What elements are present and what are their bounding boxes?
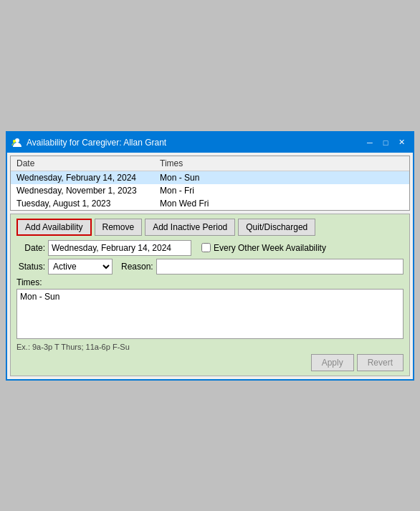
title-bar: Availability for Caregiver: Allan Grant …: [7, 133, 413, 153]
table-cell-date: Tuesday, August 1, 2023: [11, 197, 154, 210]
minimize-button[interactable]: ─: [363, 136, 377, 149]
title-bar-left: Availability for Caregiver: Allan Grant: [11, 137, 166, 148]
times-section: Times: Mon - Sun Ex.: 9a-3p T Thurs; 11a…: [16, 277, 404, 351]
quit-discharged-button[interactable]: Quit/Discharged: [238, 219, 315, 236]
bottom-panel: Add Availability Remove Add Inactive Per…: [10, 214, 410, 376]
times-textarea[interactable]: Mon - Sun: [16, 289, 404, 339]
action-button-row: Add Availability Remove Add Inactive Per…: [16, 219, 404, 236]
availability-table: Date Times Wednesday, February 14, 2024M…: [11, 156, 409, 210]
date-input[interactable]: [48, 240, 191, 256]
times-column-header: Times: [154, 156, 409, 171]
app-icon: [11, 137, 23, 148]
window-title: Availability for Caregiver: Allan Grant: [27, 138, 166, 148]
table-cell-date: Wednesday, February 14, 2024: [11, 171, 154, 184]
date-column-header: Date: [11, 156, 154, 171]
apply-button[interactable]: Apply: [311, 354, 354, 371]
table-body: Wednesday, February 14, 2024Mon - SunWed…: [11, 171, 409, 210]
add-inactive-period-button[interactable]: Add Inactive Period: [145, 219, 235, 236]
table-cell-date: Wednesday, November 1, 2023: [11, 184, 154, 197]
date-row: Date: Every Other Week Availability: [16, 240, 404, 256]
content-area: Date Times Wednesday, February 14, 2024M…: [7, 153, 413, 379]
status-select[interactable]: Active Inactive Quit/Discharged: [48, 259, 113, 274]
reason-label: Reason:: [121, 262, 153, 272]
every-other-week-text: Every Other Week Availability: [214, 243, 326, 253]
title-controls: ─ □ ✕: [363, 136, 409, 149]
status-row: Status: Active Inactive Quit/Discharged …: [16, 259, 404, 274]
apply-revert-row: Apply Revert: [16, 354, 404, 371]
maximize-button[interactable]: □: [378, 136, 393, 149]
add-availability-button[interactable]: Add Availability: [16, 219, 92, 236]
svg-point-0: [15, 138, 19, 143]
table-row[interactable]: Wednesday, February 14, 2024Mon - Sun: [11, 171, 409, 184]
main-window: Availability for Caregiver: Allan Grant …: [6, 131, 414, 381]
svg-point-1: [13, 140, 16, 143]
date-label: Date:: [16, 243, 45, 253]
revert-button[interactable]: Revert: [357, 354, 404, 371]
table-cell-times: Mon - Fri: [154, 184, 409, 197]
table-row[interactable]: Tuesday, August 1, 2023Mon Wed Fri: [11, 197, 409, 210]
times-example: Ex.: 9a-3p T Thurs; 11a-6p F-Su: [16, 343, 404, 351]
close-button[interactable]: ✕: [394, 136, 409, 149]
availability-table-container: Date Times Wednesday, February 14, 2024M…: [10, 156, 410, 211]
table-cell-times: Mon Wed Fri: [154, 197, 409, 210]
every-other-week-checkbox[interactable]: [201, 243, 211, 252]
remove-button[interactable]: Remove: [95, 219, 143, 236]
reason-input[interactable]: [156, 259, 404, 274]
status-label: Status:: [16, 262, 45, 272]
times-label: Times:: [16, 277, 404, 287]
table-cell-times: Mon - Sun: [154, 171, 409, 184]
every-other-week-label: Every Other Week Availability: [201, 243, 326, 253]
table-header: Date Times: [11, 156, 409, 171]
table-row[interactable]: Wednesday, November 1, 2023Mon - Fri: [11, 184, 409, 197]
